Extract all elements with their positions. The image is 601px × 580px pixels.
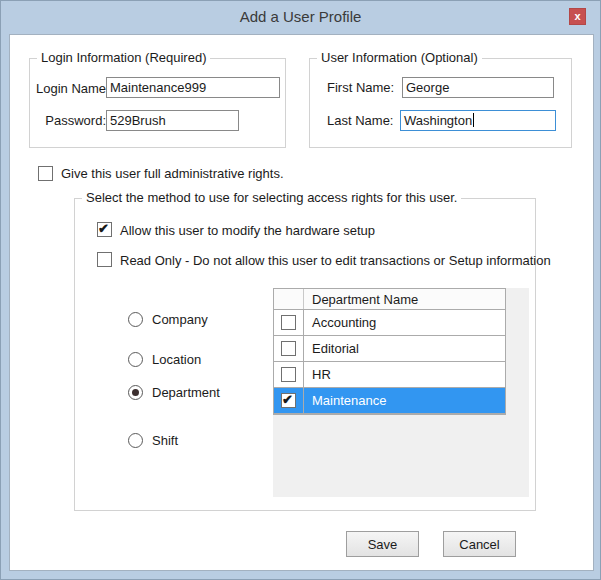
admin-rights-checkbox[interactable] [38,166,53,181]
grid-header-checkbox-cell [274,289,304,309]
first-name-input[interactable] [402,77,554,98]
user-information-group: User Information (Optional) First Name: … [309,58,572,148]
login-information-group: Login Information (Required) Login Name:… [29,58,286,148]
admin-rights-label: Give this user full administrative right… [61,166,284,181]
department-grid: Department Name Accounting Editorial [273,288,529,497]
grid-header-label: Department Name [304,289,505,309]
row-checkbox-accounting[interactable] [281,315,296,330]
first-name-label: First Name: [327,80,394,95]
last-name-input[interactable]: Washington [400,110,556,131]
access-rights-legend: Select the method to use for selecting a… [82,190,461,205]
radio-location-label: Location [152,352,201,367]
titlebar[interactable]: Add a User Profile x [1,1,600,34]
row-label-editorial: Editorial [304,336,505,361]
password-input[interactable] [106,110,239,131]
login-information-legend: Login Information (Required) [37,50,210,65]
radio-location[interactable] [128,352,143,367]
last-name-value: Washington [404,113,472,128]
modify-hardware-checkbox[interactable] [97,222,112,237]
add-user-profile-dialog: Add a User Profile x Login Information (… [0,0,601,580]
last-name-label: Last Name: [327,113,393,128]
read-only-label: Read Only - Do not allow this user to ed… [120,253,551,268]
row-checkbox-editorial[interactable] [281,341,296,356]
dialog-title: Add a User Profile [1,1,600,33]
cancel-button[interactable]: Cancel [443,531,516,557]
row-label-maintenance: Maintenance [304,388,505,413]
access-rights-group: Select the method to use for selecting a… [74,198,536,511]
radio-shift[interactable] [128,433,143,448]
row-label-hr: HR [304,362,505,387]
row-checkbox-maintenance[interactable] [281,393,296,408]
modify-hardware-label: Allow this user to modify the hardware s… [120,223,375,238]
radio-company[interactable] [128,312,143,327]
grid-header-row: Department Name [274,289,505,310]
table-row-editorial[interactable]: Editorial [274,336,505,362]
user-information-legend: User Information (Optional) [317,50,482,65]
password-label: Password: [36,113,106,128]
radio-shift-label: Shift [152,433,178,448]
save-button[interactable]: Save [346,531,419,557]
table-row-accounting[interactable]: Accounting [274,310,505,336]
department-table: Department Name Accounting Editorial [273,288,506,415]
read-only-checkbox[interactable] [97,252,112,267]
text-cursor [473,113,474,127]
close-button[interactable]: x [569,8,586,25]
dialog-content: Login Information (Required) Login Name:… [9,34,594,571]
login-name-input[interactable] [106,77,280,98]
radio-company-label: Company [152,312,208,327]
row-checkbox-hr[interactable] [281,367,296,382]
table-row-hr[interactable]: HR [274,362,505,388]
radio-department[interactable] [128,385,143,400]
radio-department-label: Department [152,385,220,400]
table-row-maintenance[interactable]: Maintenance [274,388,505,414]
login-name-label: Login Name: [36,81,106,96]
row-label-accounting: Accounting [304,310,505,335]
